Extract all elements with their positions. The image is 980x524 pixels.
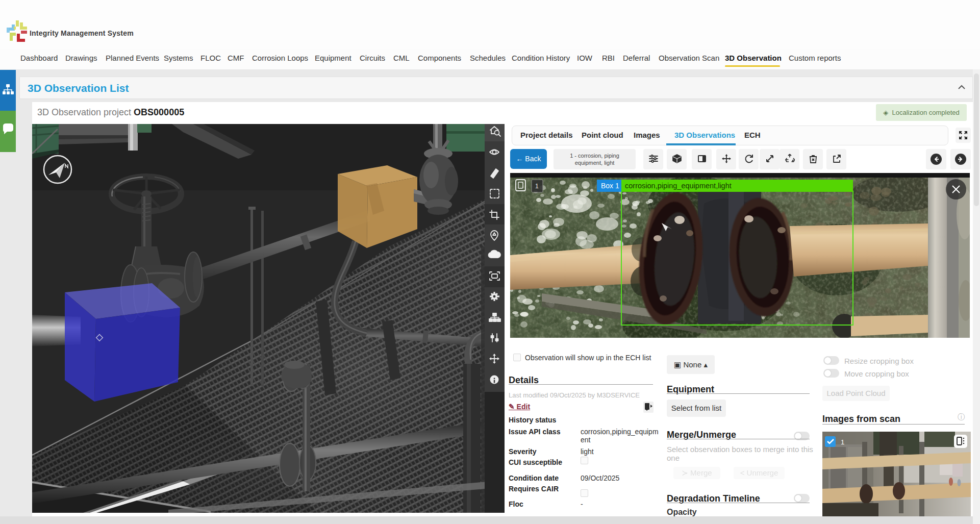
svg-text:Box 1: Box 1 — [601, 182, 619, 190]
svg-text:corrosion,piping_equipment,lig: corrosion,piping_equipment,light — [625, 182, 732, 190]
svg-text:1: 1 — [841, 438, 844, 446]
svg-text:1: 1 — [535, 183, 539, 190]
